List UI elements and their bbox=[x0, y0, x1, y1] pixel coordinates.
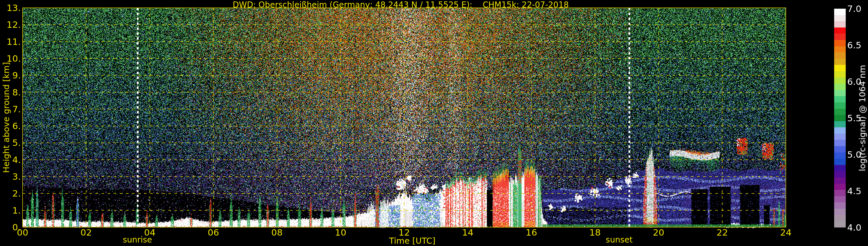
y-tick-label: 6. bbox=[0, 122, 21, 130]
y-tick-label: 12. bbox=[0, 20, 21, 29]
y-tick-label: 5. bbox=[0, 139, 21, 147]
y-tick-label: 3. bbox=[0, 172, 21, 181]
x-tick-label: 12 bbox=[398, 228, 410, 237]
colorbar-tick-label: 6.5 bbox=[847, 41, 861, 50]
x-tick-label: 22 bbox=[716, 228, 728, 237]
x-tick-label: 06 bbox=[208, 228, 219, 237]
x-tick-label: 04 bbox=[144, 228, 155, 237]
heatmap-canvas bbox=[0, 0, 868, 246]
y-tick-label: 8. bbox=[0, 88, 21, 97]
colorbar-segment bbox=[834, 15, 846, 22]
colorbar-tick-label: 4.0 bbox=[847, 223, 861, 232]
colorbar-segment bbox=[834, 209, 846, 215]
colorbar-tick-label: 6.0 bbox=[847, 77, 861, 86]
x-axis-label: Time [UTC] bbox=[389, 237, 435, 245]
colorbar-segment bbox=[834, 196, 846, 203]
y-tick-label: 7. bbox=[0, 105, 21, 114]
colorbar-segment bbox=[834, 115, 846, 121]
colorbar-segment bbox=[834, 134, 846, 140]
colorbar-segment bbox=[834, 65, 846, 71]
y-tick-label: 9. bbox=[0, 71, 21, 80]
colorbar-segment bbox=[834, 102, 846, 109]
colorbar-segment bbox=[834, 90, 846, 96]
colorbar-segment bbox=[834, 40, 846, 46]
colorbar-segment bbox=[834, 71, 846, 78]
x-tick-label: 00 bbox=[17, 228, 28, 237]
x-tick-label: 16 bbox=[526, 228, 537, 237]
sunset-label: sunset bbox=[606, 236, 633, 244]
colorbar-segment bbox=[834, 21, 846, 28]
colorbar-segment bbox=[834, 202, 846, 209]
x-tick-label: 10 bbox=[335, 228, 346, 237]
colorbar-segment bbox=[834, 215, 846, 221]
colorbar-segment bbox=[834, 159, 846, 165]
colorbar-segment bbox=[834, 127, 846, 134]
colorbar-segment bbox=[834, 28, 846, 34]
colorbar-tick-label: 5.5 bbox=[847, 114, 861, 123]
colorbar-segment bbox=[834, 177, 846, 184]
y-tick-label: 1. bbox=[0, 206, 21, 215]
x-tick-label: 24 bbox=[780, 228, 791, 237]
colorbar-segment bbox=[834, 146, 846, 153]
colorbar-segment bbox=[834, 121, 846, 128]
colorbar bbox=[834, 9, 846, 227]
colorbar-segment bbox=[834, 46, 846, 53]
colorbar-segment bbox=[834, 190, 846, 196]
colorbar-segment bbox=[834, 184, 846, 190]
colorbar-segment bbox=[834, 109, 846, 115]
chart-title: DWD: Oberschleißheim (Germany; 48.2443 N… bbox=[232, 1, 569, 9]
y-tick-label: 4. bbox=[0, 155, 21, 164]
y-tick-label: 10. bbox=[0, 54, 21, 63]
colorbar-segment bbox=[834, 153, 846, 159]
y-tick-label: 13. bbox=[0, 3, 21, 12]
colorbar-segment bbox=[834, 96, 846, 102]
y-tick-label: 2. bbox=[0, 189, 21, 198]
colorbar-segment bbox=[834, 59, 846, 65]
colorbar-segment bbox=[834, 52, 846, 59]
colorbar-segment bbox=[834, 165, 846, 171]
colorbar-tick-label: 4.5 bbox=[847, 187, 861, 196]
colorbar-segment bbox=[834, 84, 846, 90]
colorbar-segment bbox=[834, 9, 846, 15]
colorbar-segment bbox=[834, 78, 846, 84]
colorbar-segment bbox=[834, 171, 846, 177]
x-tick-label: 08 bbox=[271, 228, 283, 237]
colorbar-tick-label: 5.0 bbox=[847, 150, 861, 159]
colorbar-segment bbox=[834, 140, 846, 146]
y-tick-label: 11. bbox=[0, 37, 21, 46]
x-tick-label: 18 bbox=[589, 228, 601, 237]
colorbar-segment bbox=[834, 221, 846, 227]
x-tick-label: 14 bbox=[462, 228, 473, 237]
x-tick-label: 02 bbox=[81, 228, 92, 237]
colorbar-segment bbox=[834, 34, 846, 40]
ceilometer-quicklook-figure: DWD: Oberschleißheim (Germany; 48.2443 N… bbox=[0, 0, 868, 246]
colorbar-tick-label: 7.0 bbox=[847, 4, 861, 13]
x-tick-label: 20 bbox=[653, 228, 664, 237]
